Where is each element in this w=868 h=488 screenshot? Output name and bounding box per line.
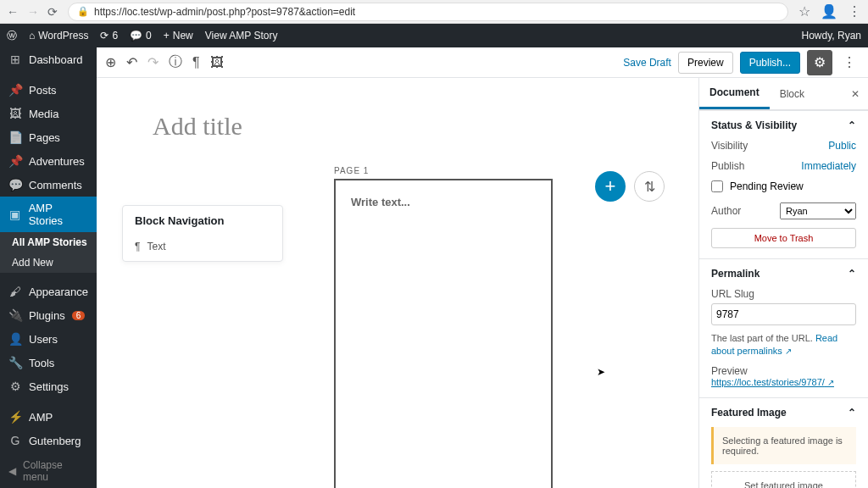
featured-image-warning: Selecting a featured image is required. xyxy=(711,427,856,464)
publish-value[interactable]: Immediately xyxy=(801,160,856,172)
slug-input[interactable] xyxy=(711,303,856,325)
howdy-link[interactable]: Howdy, Ryan xyxy=(802,30,861,42)
chevron-up-icon: ⌃ xyxy=(848,407,856,419)
sidebar-item-posts[interactable]: 📌Posts xyxy=(0,78,97,102)
text-block-placeholder[interactable]: Write text... xyxy=(351,196,536,208)
chevron-up-icon: ⌃ xyxy=(848,119,856,131)
dashboard-icon: ⊞ xyxy=(8,53,22,66)
sidebar-item-comments[interactable]: 💬Comments xyxy=(0,173,97,197)
undo-icon[interactable]: ↶ xyxy=(126,54,137,70)
comments-link[interactable]: 💬 0 xyxy=(130,30,152,42)
forward-icon[interactable]: → xyxy=(27,5,39,19)
sidebar-item-adventures[interactable]: 📌Adventures xyxy=(0,149,97,173)
add-block-icon[interactable]: ⊕ xyxy=(105,54,116,70)
page-icon: 📄 xyxy=(8,130,22,144)
author-select[interactable]: Ryan xyxy=(780,202,856,219)
info-icon[interactable]: ⓘ xyxy=(169,53,182,71)
pending-checkbox[interactable] xyxy=(711,180,723,192)
panel-featured-image[interactable]: Featured Image ⌃ xyxy=(699,397,868,427)
preview-button[interactable]: Preview xyxy=(678,52,733,74)
more-menu-icon[interactable]: ⋮ xyxy=(839,54,860,70)
url-text: https://loc.test/wp-admin/post.php?post=… xyxy=(94,6,355,18)
external-link-icon: ↗ xyxy=(785,347,792,356)
author-label: Author xyxy=(711,205,741,217)
pin-icon: 📌 xyxy=(8,154,22,168)
tab-block[interactable]: Block xyxy=(770,80,815,108)
sidebar-subitem-all[interactable]: All AMP Stories xyxy=(0,232,97,252)
sidebar-item-amp-stories[interactable]: ▣AMP Stories xyxy=(0,197,97,232)
view-story-link[interactable]: View AMP Story xyxy=(205,30,278,42)
sidebar-item-dashboard[interactable]: ⊞Dashboard xyxy=(0,47,97,71)
back-icon[interactable]: ← xyxy=(7,5,19,19)
trash-button[interactable]: Move to Trash xyxy=(711,228,856,248)
sidebar-item-plugins[interactable]: 🔌Plugins 6 xyxy=(0,303,97,327)
site-link[interactable]: ⌂ WordPress xyxy=(29,30,88,42)
new-link[interactable]: + New xyxy=(164,30,193,42)
media-icon[interactable]: 🖼 xyxy=(210,55,224,70)
publish-button[interactable]: Publish... xyxy=(740,52,800,74)
panel-status[interactable]: Status & Visibility ⌃ xyxy=(699,110,868,140)
story-icon: ▣ xyxy=(8,208,22,221)
brush-icon: 🖌 xyxy=(8,285,22,298)
external-link-icon: ↗ xyxy=(827,378,834,387)
pending-label: Pending Review xyxy=(730,180,804,192)
plugins-badge: 6 xyxy=(72,311,86,320)
pin-icon: 📌 xyxy=(8,83,22,97)
block-nav-title: Block Navigation xyxy=(123,206,282,236)
star-icon[interactable]: ☆ xyxy=(798,3,810,19)
title-input[interactable]: Add title xyxy=(153,112,673,141)
set-featured-image-button[interactable]: Set featured image xyxy=(711,471,856,488)
sidebar-item-tools[interactable]: 🔧Tools xyxy=(0,351,97,374)
page-frame[interactable]: Write text... xyxy=(334,179,553,488)
media-icon: 🖼 xyxy=(8,107,22,120)
admin-sidebar: ⊞Dashboard 📌Posts 🖼Media 📄Pages 📌Adventu… xyxy=(0,47,97,488)
browser-menu-icon[interactable]: ⋮ xyxy=(848,3,861,19)
panel-permalink[interactable]: Permalink ⌃ xyxy=(699,258,868,288)
inspector-panel: Document Block ✕ Status & Visibility ⌃ V… xyxy=(698,78,868,488)
outline-icon[interactable]: ¶ xyxy=(192,55,200,70)
preview-url-link[interactable]: https://loc.test/stories/9787/ ↗ xyxy=(711,377,856,387)
comment-icon: 💬 xyxy=(8,178,22,191)
save-draft-button[interactable]: Save Draft xyxy=(623,57,671,69)
preview-label: Preview xyxy=(711,365,856,377)
editor-toolbar: ⊕ ↶ ↷ ⓘ ¶ 🖼 Save Draft Preview Publish..… xyxy=(97,47,868,78)
wrench-icon: 🔧 xyxy=(8,356,22,369)
collapse-icon: ◀ xyxy=(8,465,16,477)
updates-link[interactable]: ⟳ 6 xyxy=(100,30,118,42)
settings-toggle-button[interactable]: ⚙ xyxy=(807,50,832,75)
plug-icon: 🔌 xyxy=(8,308,22,322)
paragraph-icon: ¶ xyxy=(135,241,140,252)
sidebar-item-gutenberg[interactable]: GGutenberg xyxy=(0,429,97,452)
redo-icon[interactable]: ↷ xyxy=(147,54,159,70)
sidebar-subitem-add-new[interactable]: Add New xyxy=(0,252,97,273)
wp-logo[interactable]: ⓦ xyxy=(7,29,17,43)
sidebar-item-appearance[interactable]: 🖌Appearance xyxy=(0,280,97,303)
collapse-menu[interactable]: ◀Collapse menu xyxy=(0,452,97,488)
lock-icon: 🔒 xyxy=(77,6,89,17)
close-inspector-icon[interactable]: ✕ xyxy=(843,88,868,100)
url-bar[interactable]: 🔒 https://loc.test/wp-admin/post.php?pos… xyxy=(68,3,788,21)
editor-canvas: Add title Block Navigation ¶ Text PAGE 1… xyxy=(97,78,698,488)
sidebar-item-users[interactable]: 👤Users xyxy=(0,327,97,351)
sidebar-item-pages[interactable]: 📄Pages xyxy=(0,125,97,149)
sidebar-item-settings[interactable]: ⚙Settings xyxy=(0,374,97,398)
block-navigation-panel: Block Navigation ¶ Text xyxy=(122,205,283,262)
amp-icon: ⚡ xyxy=(8,410,22,424)
publish-label: Publish xyxy=(711,160,744,172)
profile-icon[interactable]: 👤 xyxy=(821,3,837,19)
gutenberg-icon: G xyxy=(8,434,22,447)
add-page-button[interactable]: + xyxy=(595,171,626,202)
slug-help: The last part of the URL. Read about per… xyxy=(711,332,856,358)
visibility-label: Visibility xyxy=(711,140,748,152)
sidebar-item-amp[interactable]: ⚡AMP xyxy=(0,405,97,429)
tab-document[interactable]: Document xyxy=(699,78,770,109)
sidebar-item-media[interactable]: 🖼Media xyxy=(0,102,97,125)
reload-icon[interactable]: ⟳ xyxy=(47,5,58,19)
settings-icon: ⚙ xyxy=(8,380,22,393)
chevron-up-icon: ⌃ xyxy=(848,268,856,280)
slug-label: URL Slug xyxy=(711,288,856,300)
block-nav-item-text[interactable]: ¶ Text xyxy=(123,236,282,261)
user-icon: 👤 xyxy=(8,332,22,346)
reorder-button[interactable]: ⇅ xyxy=(634,171,665,202)
visibility-value[interactable]: Public xyxy=(828,140,856,152)
